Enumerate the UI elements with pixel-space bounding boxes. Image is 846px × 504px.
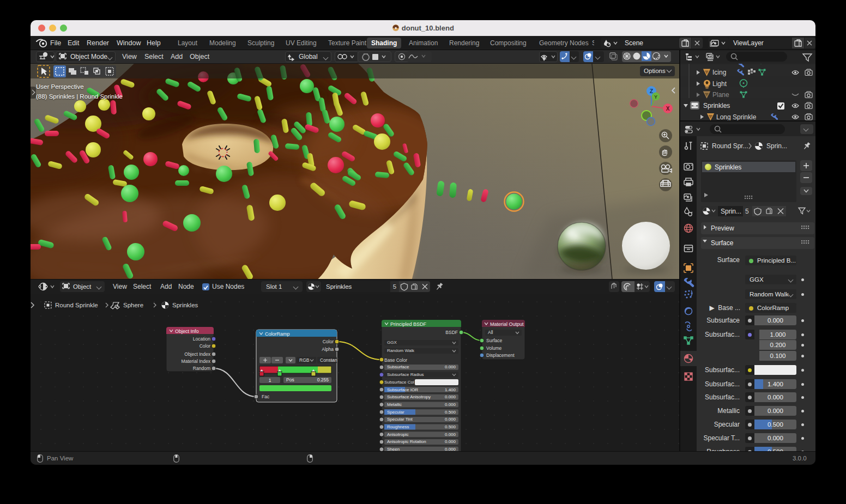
svg-text:0.000: 0.000 [445, 447, 456, 451]
svg-text:0.000: 0.000 [445, 402, 456, 407]
svg-text:Displacement: Displacement [486, 353, 515, 358]
svg-text:Plane: Plane [712, 91, 729, 99]
svg-text:Y: Y [654, 94, 657, 100]
svg-text:Subsurface Col: Subsurface Col [384, 380, 414, 385]
svg-text:0.000: 0.000 [445, 439, 456, 444]
svg-text:Object Index: Object Index [184, 351, 210, 357]
svg-text:0.500: 0.500 [445, 410, 456, 415]
svg-text:Principled BSDF: Principled BSDF [390, 321, 427, 327]
svg-text:Specular Tint: Specular Tint [387, 417, 413, 422]
svg-text:Color: Color [323, 339, 334, 344]
svg-text:Sprinkles: Sprinkles [703, 102, 730, 110]
svg-text:ColorRamp: ColorRamp [265, 331, 290, 337]
svg-text:Random Walk: Random Walk [387, 348, 415, 353]
svg-text:Subsurface Radius: Subsurface Radius [387, 372, 424, 377]
svg-text:Subsurface Anisotropy: Subsurface Anisotropy [387, 394, 431, 399]
svg-text:Anisotropic Rotation: Anisotropic Rotation [387, 439, 426, 444]
svg-text:0.500: 0.500 [445, 424, 456, 429]
svg-text:Subsurface: Subsurface [387, 365, 409, 369]
svg-text:0.000: 0.000 [445, 365, 456, 369]
svg-text:Long Sprinkle: Long Sprinkle [716, 113, 757, 121]
svg-text:X: X [666, 106, 670, 112]
svg-text:1: 1 [269, 378, 271, 383]
svg-text:BSDF: BSDF [445, 330, 458, 335]
svg-text:Specular: Specular [387, 410, 404, 415]
svg-text:0.000: 0.000 [445, 417, 456, 422]
svg-text:Location: Location [193, 336, 210, 342]
svg-text:Object Info: Object Info [175, 329, 199, 334]
svg-text:1.400: 1.400 [445, 387, 456, 392]
svg-text:Subsurface IOR: Subsurface IOR [387, 387, 418, 392]
svg-text:Icing: Icing [712, 69, 726, 76]
svg-text:Volume: Volume [486, 345, 502, 351]
svg-text:All: All [488, 330, 493, 335]
svg-text:Alpha: Alpha [322, 347, 334, 352]
svg-text:RGB: RGB [299, 357, 310, 363]
svg-text:0.255: 0.255 [317, 377, 329, 382]
svg-text:Surface: Surface [486, 338, 503, 343]
svg-text:0.000: 0.000 [445, 432, 456, 437]
svg-text:Fac: Fac [262, 394, 270, 399]
svg-text:Constan: Constan [320, 357, 337, 363]
svg-text:Round Sprinkle: Round Sprinkle [55, 302, 98, 308]
svg-text:Pos: Pos [286, 377, 294, 382]
svg-text:GGX: GGX [387, 340, 397, 345]
svg-text:0.000: 0.000 [445, 394, 456, 399]
svg-text:Z: Z [650, 88, 653, 94]
svg-text:Base Color: Base Color [384, 357, 407, 363]
svg-text:Sheen: Sheen [387, 447, 400, 451]
svg-text:Material Index: Material Index [182, 359, 211, 364]
svg-text:Anisotropic: Anisotropic [387, 432, 409, 437]
svg-text:Random: Random [193, 366, 210, 371]
svg-text:Metallic: Metallic [387, 402, 402, 407]
svg-text:Sphere: Sphere [123, 302, 143, 308]
svg-text:Roughness: Roughness [387, 424, 409, 429]
svg-text:Color: Color [200, 343, 210, 349]
svg-text:Sprinkles: Sprinkles [172, 302, 198, 308]
svg-text:Light: Light [712, 80, 727, 88]
svg-text:Material Output: Material Output [490, 321, 524, 327]
